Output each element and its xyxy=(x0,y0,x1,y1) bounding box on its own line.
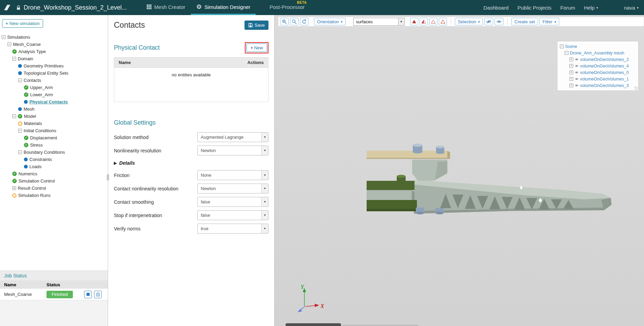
check-status-icon: ✓ xyxy=(24,143,28,147)
caret-down-icon: ▾ xyxy=(554,20,556,24)
nonlinearity-resolution-select[interactable]: Newton▼ xyxy=(197,146,268,155)
tree-item-simulation-runs[interactable]: Simulation Runs xyxy=(0,192,108,199)
dot-status-icon xyxy=(18,71,22,75)
render-mode-wireframe-button[interactable] xyxy=(429,18,437,25)
beta-badge: BETA xyxy=(297,1,306,4)
tree-item-upper-arm[interactable]: ✓Upper_Arm xyxy=(0,84,108,91)
render-mode-solid-button[interactable] xyxy=(410,18,418,25)
details-toggle[interactable]: ▶ Details xyxy=(114,160,268,166)
solution-method-select[interactable]: Augmented Lagrange▼ xyxy=(197,132,268,142)
tree-item-geometry-primitives[interactable]: Geometry Primitives xyxy=(0,62,108,70)
volume-label: volumeOnGeoVolumes_4 xyxy=(580,64,629,68)
scene-root-node[interactable]: − Scene xyxy=(560,43,636,50)
scene-volume-volumeongeovolumes-0[interactable]: +volumeOnGeoVolumes_0 xyxy=(560,69,636,76)
show-entities-button[interactable] xyxy=(495,18,503,25)
save-button[interactable]: Save xyxy=(245,21,268,30)
job-status-panel: Job Status Name Status Mesh_Coarse Finis… xyxy=(0,271,108,326)
expand-icon[interactable]: + xyxy=(569,58,573,61)
render-mode-points-button[interactable] xyxy=(439,18,447,25)
contact-smoothing-select[interactable]: false▼ xyxy=(197,197,268,207)
panel-resize-handle[interactable] xyxy=(107,174,109,180)
menu-user[interactable]: nava▾ xyxy=(624,5,639,11)
stop-if-interpenetration-select[interactable]: false▼ xyxy=(197,210,268,220)
tree-item-loads[interactable]: Loads xyxy=(0,163,108,170)
tree-item-simulation-control[interactable]: ✓Simulation Control xyxy=(0,177,108,185)
zoom-box-button[interactable] xyxy=(290,18,299,25)
tree-item-label: Domain xyxy=(18,56,33,61)
tab-post-processor[interactable]: ⚙ Post-Processor BETA xyxy=(256,0,310,15)
tree-item-boundary-conditions[interactable]: −Boundary Conditions xyxy=(0,149,108,156)
new-simulation-button[interactable]: +New simulation xyxy=(2,19,43,28)
new-physical-contact-button[interactable]: +New xyxy=(246,43,267,52)
resize-corner-handle[interactable] xyxy=(634,87,638,90)
collapse-icon[interactable]: − xyxy=(18,129,22,133)
expand-icon[interactable]: + xyxy=(569,64,573,68)
tree-item-mesh[interactable]: Mesh xyxy=(0,105,108,113)
app-logo-icon[interactable] xyxy=(0,0,14,15)
collapse-icon[interactable]: − xyxy=(565,51,568,55)
tree-item-stress[interactable]: ✓Stress xyxy=(0,141,108,149)
visibility-eye-icon[interactable] xyxy=(575,77,579,80)
scene-mesh-node[interactable]: − Drone_Arm_Assembly mesh xyxy=(560,50,636,56)
tree-item-topological-entity-sets[interactable]: Topological Entity Sets xyxy=(0,70,108,77)
refresh-button[interactable] xyxy=(300,18,308,25)
tab-mesh-creator[interactable]: Mesh Creator xyxy=(141,0,191,15)
tree-item-model[interactable]: −✓Model xyxy=(0,113,108,120)
tree-item-label: Contacts xyxy=(24,78,41,83)
render-mode-solid-wire-button[interactable] xyxy=(420,18,428,25)
expand-icon[interactable]: + xyxy=(569,84,573,87)
stop-job-button[interactable] xyxy=(84,291,92,298)
collapse-icon[interactable]: − xyxy=(18,78,22,82)
scene-volume-volumeongeovolumes-4[interactable]: +volumeOnGeoVolumes_4 xyxy=(560,63,636,69)
dropdown-caret-icon: ▼ xyxy=(261,133,268,142)
expand-icon[interactable]: + xyxy=(569,77,573,81)
tree-item-domain[interactable]: −Domain xyxy=(0,55,108,62)
tree-item-result-control[interactable]: +Result Control xyxy=(0,185,108,192)
zoom-in-button[interactable] xyxy=(280,18,289,25)
contact-nonlinearity-resolution-select[interactable]: Newton▼ xyxy=(197,184,268,193)
scene-volume-volumeongeovolumes-1[interactable]: +volumeOnGeoVolumes_1 xyxy=(560,76,636,82)
link-forum[interactable]: Forum xyxy=(560,5,575,11)
tree-item-analysis-type[interactable]: ✓Analysis Type xyxy=(0,48,108,55)
plus-icon: + xyxy=(250,45,253,50)
expand-icon[interactable]: + xyxy=(569,71,573,74)
tree-item-displacement[interactable]: ✓Displacement xyxy=(0,134,108,141)
collapse-icon[interactable]: − xyxy=(12,57,16,61)
tree-item-lower-arm[interactable]: ✓Lower_Arm xyxy=(0,91,108,98)
tree-item-contacts[interactable]: −Contacts xyxy=(0,77,108,84)
collapse-icon[interactable]: − xyxy=(560,45,564,48)
verify-norms-select[interactable]: true▼ xyxy=(197,224,268,234)
friction-select[interactable]: None▼ xyxy=(197,170,268,180)
expand-icon[interactable]: + xyxy=(12,186,16,190)
tree-item-physical-contacts[interactable]: Physical Contacts xyxy=(0,98,108,105)
tab-simulation-designer[interactable]: ⚙ Simulation Designer xyxy=(191,0,256,15)
scene-volume-volumeongeovolumes-3[interactable]: +volumeOnGeoVolumes_3 xyxy=(560,82,636,89)
orientation-dropdown[interactable]: Orientation▾ xyxy=(314,18,346,25)
hide-entities-button[interactable] xyxy=(484,18,493,25)
visibility-eye-icon[interactable] xyxy=(575,84,579,87)
scene-volume-volumeongeovolumes-2[interactable]: +volumeOnGeoVolumes_2 xyxy=(560,56,636,63)
collapse-icon[interactable]: − xyxy=(18,150,22,154)
tree-item-simulations[interactable]: −Simulations xyxy=(0,34,108,41)
menu-help[interactable]: Help▾ xyxy=(584,5,598,11)
visibility-eye-icon[interactable] xyxy=(575,58,579,61)
tree-item-numerics[interactable]: ✓Numerics xyxy=(0,170,108,177)
link-dashboard[interactable]: Dashboard xyxy=(484,5,509,11)
selection-dropdown[interactable]: Selection▾ xyxy=(455,18,483,25)
link-public-projects[interactable]: Public Projects xyxy=(517,5,551,11)
visibility-eye-icon[interactable] xyxy=(575,64,579,67)
tree-item-initial-conditions[interactable]: −Initial Conditions xyxy=(0,127,108,134)
project-title: Drone_Workshop_Session_2_Level... xyxy=(24,4,127,11)
tree-item-constraints[interactable]: Constraints xyxy=(0,156,108,163)
tree-item-materials[interactable]: Materials xyxy=(0,120,108,127)
tree-item-mesh-coarse[interactable]: −Mesh_Coarse xyxy=(0,41,108,48)
collapse-icon[interactable]: − xyxy=(8,42,11,46)
surfaces-select[interactable]: surfaces ▼ xyxy=(353,18,405,26)
create-set-button[interactable]: Create set xyxy=(511,18,538,25)
visibility-eye-icon[interactable] xyxy=(575,71,579,74)
delete-job-button[interactable] xyxy=(94,291,102,298)
job-row[interactable]: Mesh_Coarse Finished xyxy=(0,289,108,300)
collapse-icon[interactable]: − xyxy=(2,35,5,39)
collapse-icon[interactable]: − xyxy=(12,114,16,118)
filter-dropdown[interactable]: Filter▾ xyxy=(539,18,559,25)
